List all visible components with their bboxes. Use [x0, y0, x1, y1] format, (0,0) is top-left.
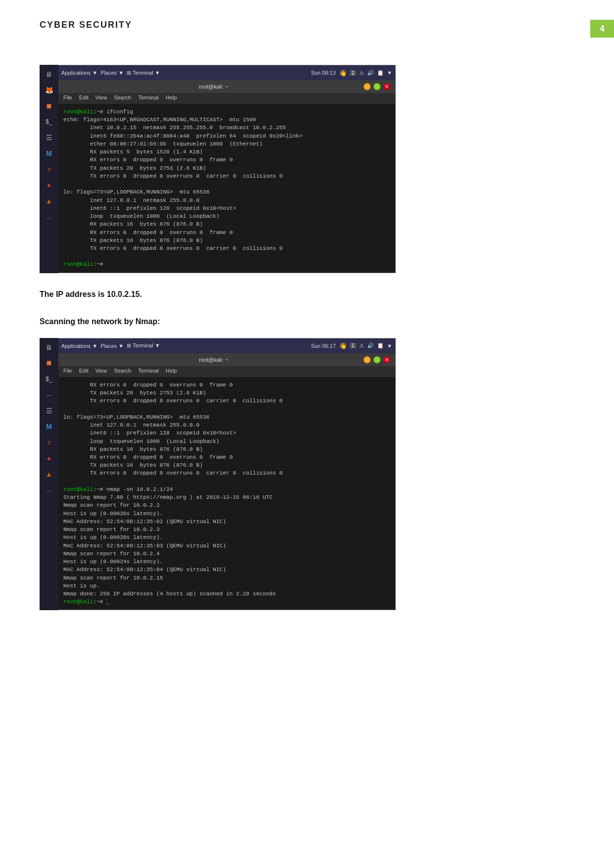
dock-icon-grid[interactable]: … [42, 209, 56, 224]
terminal-title-2: root@kali: ~ [63, 357, 364, 363]
terminal-menubar-2: File Edit View Search Terminal Help [58, 366, 395, 377]
page-number: 4 [590, 20, 614, 38]
page-title: CYBER SECURITY [40, 20, 132, 30]
dock-icon-m[interactable]: M [42, 146, 56, 161]
dock-icon-monitor[interactable]: 🖥 [42, 67, 56, 82]
menu-edit-1[interactable]: Edit [79, 95, 89, 102]
taskbar-terminal-1[interactable]: ⊞ Terminal ▼ [127, 70, 160, 76]
menu-file-1[interactable]: File [63, 95, 72, 102]
taskbar-applications-2[interactable]: Applications ▼ [61, 343, 97, 349]
taskbar-right-2: 👋 1 ⚠ 🔊 📋 ▼ [339, 342, 392, 349]
dock-icon-people[interactable]: ▲ [42, 193, 56, 208]
dock-icon-grid-2[interactable]: … [42, 482, 56, 497]
taskbar-badge-1: 1 [350, 70, 357, 76]
menu-edit-2[interactable]: Edit [79, 368, 89, 376]
window-controls-2: – □ ✕ [364, 356, 390, 363]
kali-dock-1: 🖥 🦊 ■ $_ ☰ M ▿ ● ▲ … [40, 65, 58, 273]
kali-dock-2: 🖥 ■ $_ — ☰ M ▿ ● ▲ … [40, 338, 58, 611]
dock-icon-eye[interactable]: ● [42, 178, 56, 193]
terminal-window-1: 🖥 🦊 ■ $_ ☰ M ▿ ● ▲ … Applications ▼ Plac… [40, 65, 396, 273]
minimize-button-1[interactable]: – [364, 83, 371, 90]
maximize-button-1[interactable]: □ [374, 83, 380, 90]
dock-icon-people-2[interactable]: ▲ [42, 467, 56, 482]
dock-icon-lightning-2[interactable]: ▿ [42, 435, 56, 450]
terminal-window-2: 🖥 ■ $_ — ☰ M ▿ ● ▲ … Applications ▼ Plac… [40, 338, 396, 611]
kali-taskbar-1: Applications ▼ Places ▼ ⊞ Terminal ▼ Sun… [58, 65, 395, 80]
close-button-2[interactable]: ✕ [383, 356, 390, 363]
dock-icon-lightning[interactable]: ▿ [42, 162, 56, 177]
terminal-main-1: Applications ▼ Places ▼ ⊞ Terminal ▼ Sun… [58, 65, 396, 273]
terminal-menubar-1: File Edit View Search Terminal Help [58, 93, 395, 104]
taskbar-terminal-2[interactable]: ⊞ Terminal ▼ [127, 342, 160, 349]
terminal-titlebar-1: root@kali: ~ – □ ✕ [58, 80, 395, 93]
menu-search-1[interactable]: Search [114, 95, 131, 102]
minimize-button-2[interactable]: – [364, 356, 371, 363]
dock-icon-browser-2[interactable]: ■ [42, 356, 56, 371]
nmap-section-header: Scanning the network by Nmap: [40, 315, 574, 328]
dock-icon-menu[interactable]: ☰ [42, 130, 56, 145]
dock-icon-user[interactable]: ■ [42, 98, 56, 113]
dock-icon-menu-2[interactable]: ☰ [42, 403, 56, 418]
terminal-main-2: Applications ▼ Places ▼ ⊞ Terminal ▼ Sun… [58, 338, 396, 611]
content-area: 🖥 🦊 ■ $_ ☰ M ▿ ● ▲ … Applications ▼ Plac… [0, 40, 614, 635]
terminal-title-1: root@kali: ~ [63, 84, 364, 90]
menu-terminal-1[interactable]: Terminal [138, 95, 159, 102]
dock-icon-browser[interactable]: 🦊 [42, 83, 56, 97]
taskbar-right-1: 👋 1 ⚠ 🔊 📋 ▼ [339, 69, 392, 77]
taskbar-places-2[interactable]: Places ▼ [100, 343, 124, 349]
taskbar-badge-2: 1 [350, 343, 357, 348]
dock-icon-monitor-2[interactable]: 🖥 [42, 340, 56, 355]
terminal-body-2: RX errors 0 dropped 0 overruns 0 frame 0… [58, 377, 395, 610]
dock-icon-m-2[interactable]: M [42, 419, 56, 434]
menu-view-1[interactable]: View [95, 95, 107, 102]
taskbar-time-2: Sun 06:17 [311, 343, 335, 349]
menu-file-2[interactable]: File [63, 368, 72, 376]
dock-icon-terminal-2[interactable]: — [42, 387, 56, 402]
menu-terminal-label-2[interactable]: Terminal [138, 368, 159, 376]
menu-help-2[interactable]: Help [166, 368, 177, 376]
taskbar-applications-1[interactable]: Applications ▼ [61, 70, 97, 76]
dock-icon-user-2[interactable]: $_ [42, 372, 56, 386]
ip-address-text: The IP address is 10.0.2.15. [40, 288, 574, 301]
kali-taskbar-2: Applications ▼ Places ▼ ⊞ Terminal ▼ Sun… [58, 338, 395, 353]
close-button-1[interactable]: ✕ [383, 83, 390, 90]
dock-icon-eye-2[interactable]: ● [42, 451, 56, 466]
menu-view-2[interactable]: View [95, 368, 107, 376]
terminal-titlebar-2: root@kali: ~ – □ ✕ [58, 353, 395, 366]
menu-search-2[interactable]: Search [114, 368, 131, 376]
maximize-button-2[interactable]: □ [374, 356, 380, 363]
menu-help-1[interactable]: Help [166, 95, 177, 102]
window-controls-1: – □ ✕ [364, 83, 390, 90]
dock-icon-terminal[interactable]: $_ [42, 114, 56, 129]
taskbar-time-1: Sun 06:13 [311, 70, 335, 76]
terminal-body-1: root@kali:~# ifconfig eth0: flags=4163<U… [58, 104, 395, 273]
taskbar-places-1[interactable]: Places ▼ [100, 70, 124, 76]
page-header: CYBER SECURITY [0, 0, 614, 40]
